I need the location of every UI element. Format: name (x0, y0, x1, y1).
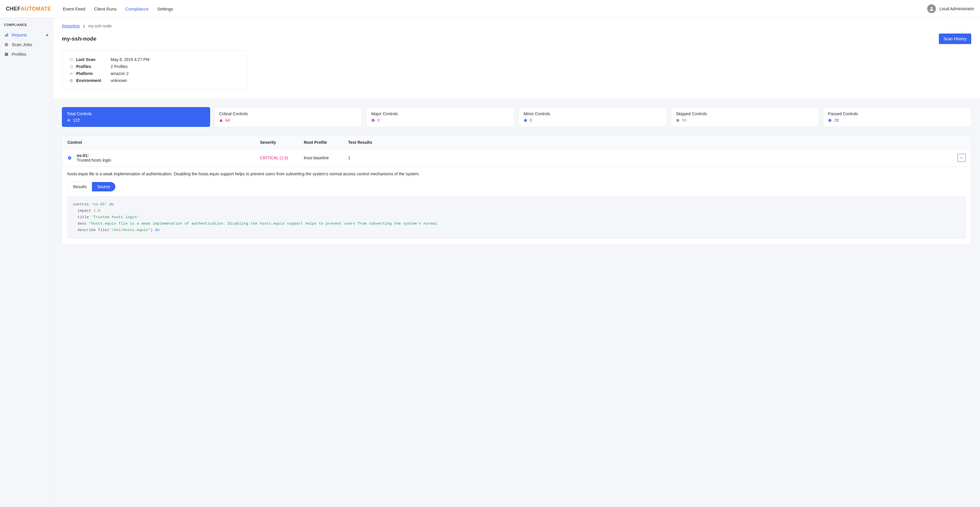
control-cell: os-01: Trusted hosts login (77, 153, 260, 162)
svg-rect-7 (5, 54, 8, 54)
tile-count: 50 (682, 118, 687, 122)
summary-label: Platform (76, 71, 111, 76)
svg-rect-6 (5, 53, 8, 53)
nav-link-event-feed[interactable]: Event Feed (63, 6, 85, 11)
topnav-right: Local Administrator (927, 5, 974, 13)
tile-count: 44 (225, 118, 230, 122)
logo-part1: CHEF (6, 6, 21, 12)
target-icon (4, 43, 9, 47)
chevron-right-icon: ▶ (46, 33, 49, 37)
collapse-button[interactable]: − (958, 154, 966, 162)
nav-link-client-runs[interactable]: Client Runs (94, 6, 117, 11)
summary-value: May 8, 2019 4:27 PM (111, 57, 150, 62)
sidebar-item-reports[interactable]: Reports ▶ (0, 30, 53, 40)
svg-point-4 (5, 43, 8, 46)
logo-part2: AUTOMATE (21, 6, 51, 12)
tile-critical-controls[interactable]: Critical Controls 44 (214, 107, 363, 127)
controls-table: Control Severity Root Profile Test Resul… (62, 136, 971, 245)
svg-rect-1 (5, 35, 6, 37)
summary-row-platform: Platform amazon 2 (68, 70, 241, 77)
svg-text:?: ? (677, 119, 678, 121)
svg-rect-3 (7, 33, 8, 37)
file-icon (68, 65, 74, 68)
test-results-cell: 1 (348, 156, 954, 160)
tab-results[interactable]: Results (68, 182, 92, 191)
summary-row-last-scan: Last Scan May 8, 2019 4:27 PM (68, 56, 241, 63)
check-circle-icon (371, 118, 375, 122)
avatar[interactable] (927, 5, 936, 13)
topnav: CHEFAUTOMATE Event Feed Client Runs Comp… (0, 0, 980, 18)
user-label: Local Administrator (939, 6, 974, 11)
svg-point-17 (372, 119, 375, 122)
source-code: control 'os-01' do impact 1.0 title 'Tru… (67, 196, 966, 238)
tile-title: Skipped Controls (676, 111, 814, 116)
breadcrumb-link[interactable]: Reporting (62, 24, 80, 28)
severity-cell: CRITICAL (1.0) (260, 156, 304, 160)
svg-point-5 (6, 44, 7, 45)
list-icon (68, 72, 74, 76)
sidebar-item-label: Profiles (12, 52, 26, 57)
summary-card: Last Scan May 8, 2019 4:27 PM Profiles 2… (62, 51, 248, 89)
tile-title: Critical Controls (219, 111, 358, 116)
globe-icon (68, 79, 74, 83)
tile-major-controls[interactable]: Major Controls 0 (366, 107, 514, 127)
tab-source[interactable]: Source (92, 182, 115, 191)
table-header: Control Severity Root Profile Test Resul… (62, 136, 971, 149)
breadcrumb: Reporting ❯ my-ssh-node (62, 24, 971, 28)
control-description: hosts.equiv file is a weak implemenation… (67, 171, 966, 177)
svg-text:?: ? (829, 119, 830, 121)
breadcrumb-current: my-ssh-node (88, 24, 112, 28)
user-icon (929, 6, 934, 11)
summary-value: unknown (111, 78, 127, 83)
summary-row-environment: Environment unknown (68, 77, 241, 84)
svg-point-0 (931, 7, 932, 9)
logo[interactable]: CHEFAUTOMATE (6, 6, 51, 12)
page-title: my-ssh-node (62, 36, 96, 42)
tile-title: Passed Controls (828, 111, 966, 116)
sidebar: COMPLIANCE Reports ▶ Scan Jobs Profiles (0, 18, 53, 507)
tile-skipped-controls[interactable]: Skipped Controls ? 50 (671, 107, 819, 127)
list-icon (67, 118, 71, 122)
sidebar-item-scan-jobs[interactable]: Scan Jobs (0, 40, 53, 49)
summary-label: Last Scan (76, 57, 111, 62)
sidebar-item-profiles[interactable]: Profiles (0, 49, 53, 59)
header-test-results: Test Results (348, 140, 954, 145)
nav-link-compliance[interactable]: Compliance (126, 6, 148, 11)
sidebar-item-label: Scan Jobs (12, 42, 32, 47)
tabs: Results Source (67, 182, 116, 192)
main: Reporting ❯ my-ssh-node my-ssh-node Scan… (53, 18, 980, 507)
help-circle-icon: ? (828, 118, 832, 122)
sidebar-title: COMPLIANCE (0, 23, 53, 30)
sidebar-item-label: Reports (12, 32, 27, 37)
svg-rect-8 (5, 55, 8, 56)
tile-count: 0 (530, 118, 532, 122)
summary-label: Environment (76, 78, 111, 83)
check-circle-icon (67, 156, 73, 160)
nav-links: Event Feed Client Runs Compliance Settin… (63, 6, 173, 11)
tile-total-controls[interactable]: Total Controls 122 (62, 107, 210, 127)
svg-text:?: ? (525, 119, 526, 121)
tile-title: Minor Controls (523, 111, 662, 116)
tile-minor-controls[interactable]: Minor Controls ? 0 (519, 107, 667, 127)
tile-passed-controls[interactable]: Passed Controls ? 28 (823, 107, 971, 127)
header-root-profile: Root Profile (304, 140, 348, 145)
title-row: my-ssh-node Scan History (62, 33, 971, 44)
clock-icon (68, 58, 74, 62)
tiles: Total Controls 122 Critical Controls (62, 107, 971, 127)
summary-row-profiles: Profiles 2 Profiles (68, 63, 241, 70)
summary-value: amazon 2 (111, 71, 129, 76)
table-row[interactable]: os-01: Trusted hosts login CRITICAL (1.0… (62, 149, 971, 167)
nav-link-settings[interactable]: Settings (157, 6, 173, 11)
control-id: os-01: (77, 153, 260, 158)
summary-value: 2 Profiles (111, 64, 127, 69)
main-body: Total Controls 122 Critical Controls (53, 98, 980, 507)
main-header: Reporting ❯ my-ssh-node my-ssh-node Scan… (53, 18, 980, 98)
row-expanded: hosts.equiv file is a weak implemenation… (62, 167, 971, 244)
root-profile-cell: linux-baseline (304, 156, 348, 160)
layers-icon (4, 52, 9, 56)
help-circle-icon: ? (523, 118, 527, 122)
scan-history-button[interactable]: Scan History (939, 33, 971, 44)
header-control: Control (67, 140, 260, 145)
chevron-right-icon: ❯ (83, 24, 85, 28)
tile-count: 0 (377, 118, 380, 122)
